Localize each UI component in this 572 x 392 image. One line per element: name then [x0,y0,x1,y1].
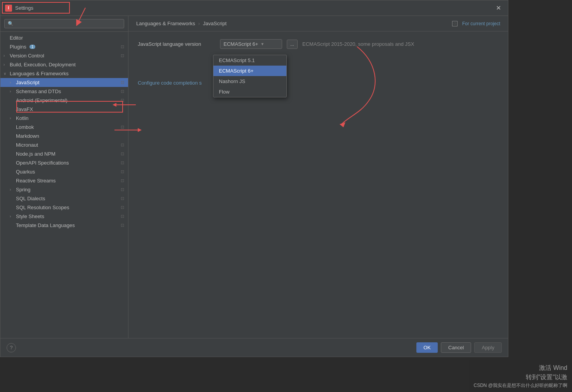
dropdown-item-es51[interactable]: ECMAScript 5.1 [213,55,286,66]
copy-icon: ⊡ [121,169,124,174]
sidebar-item-label: Reactive Streams [16,178,56,184]
sidebar-item-label: Style Sheets [16,213,44,219]
copy-icon: ⊡ [121,178,124,183]
copy-icon: ⊡ [121,142,124,147]
main-content: Languages & Frameworks › JavaScript □ Fo… [128,16,508,338]
plugins-badge: 1 [29,45,36,49]
setting-label: JavaScript language version [138,41,215,47]
sidebar-item-label: Template Data Languages [16,222,75,228]
copy-icon: ⊡ [121,214,124,219]
footer-right: OK Cancel Apply [416,342,502,353]
watermark-line1: 激活 Wind [473,363,567,373]
copy-icon: ⊡ [121,53,124,58]
sidebar-item-reactive-streams[interactable]: Reactive Streams ⊡ [0,176,128,185]
chevron-right-icon: › [3,62,8,67]
copy-icon: ⊡ [121,151,124,156]
selected-version-label: ECMAScript 6+ [224,41,258,47]
apply-button[interactable]: Apply [474,342,502,353]
sidebar-item-label: Spring [16,187,31,193]
dialog-body: Editor Plugins 1 ⊡ › Version Control ⊡ [0,16,508,338]
sidebar-item-build[interactable]: › Build, Execution, Deployment [0,60,128,69]
copy-icon: ⊡ [121,44,124,49]
configure-row: Configure code completion s [138,80,499,86]
sidebar-item-spring[interactable]: › Spring ⊡ [0,185,128,194]
sidebar-item-label: JavaScript [16,80,40,85]
sidebar-item-label: Languages & Frameworks [10,71,69,76]
help-button[interactable]: ? [7,343,16,352]
dialog-title: Settings [15,5,33,11]
chevron-right-icon: › [3,54,8,58]
sidebar-item-plugins[interactable]: Plugins 1 ⊡ [0,42,128,51]
copy-icon: ⊡ [121,196,124,201]
chevron-right-icon: › [10,89,14,94]
sidebar-item-template-data[interactable]: Template Data Languages ⊡ [0,221,128,230]
breadcrumb-part2: JavaScript [203,21,227,26]
sidebar-item-label: Markdown [16,133,39,139]
sidebar-item-label: Plugins [10,44,26,50]
sidebar-item-sql-dialects[interactable]: SQL Dialects ⊡ [0,194,128,203]
copy-icon: ⊡ [121,160,124,165]
sidebar-item-markdown[interactable]: Markdown [0,132,128,140]
copy-icon: ⊡ [121,80,124,85]
chevron-right-icon: › [10,80,14,85]
sidebar-item-label: Lombok [16,124,34,130]
sidebar-item-quarkus[interactable]: Quarkus ⊡ [0,167,128,176]
chevron-down-icon: ∨ [3,71,8,76]
sidebar-item-openapi[interactable]: OpenAPI Specifications ⊡ [0,158,128,167]
js-version-row: JavaScript language version ECMAScript 6… [138,39,499,49]
sidebar-item-android[interactable]: Android (Experimental) ⊡ [0,96,128,105]
for-project-label: For current project [462,21,500,26]
app-icon: I [5,5,12,12]
version-dropdown[interactable]: ECMAScript 6+ ▼ [220,39,282,49]
watermark-line2: 转到"设置"以激 [473,373,567,382]
watermark: 激活 Wind 转到"设置"以激 CSDN @我实在是想不出什么好听的昵称了啊 [469,360,572,392]
breadcrumb-part1: Languages & Frameworks [136,21,195,26]
configure-link[interactable]: Configure code completion s [138,80,202,86]
settings-dialog: I Settings ✕ Editor Plugins 1 [0,0,508,357]
sidebar: Editor Plugins 1 ⊡ › Version Control ⊡ [0,16,128,338]
sidebar-item-schemas[interactable]: › Schemas and DTDs ⊡ [0,87,128,96]
sidebar-item-nodejs[interactable]: Node.js and NPM ⊡ [0,149,128,158]
watermark-line3: CSDN @我实在是想不出什么好听的昵称了啊 [473,382,567,389]
copy-icon: ⊡ [121,89,124,94]
sidebar-item-languages[interactable]: ∨ Languages & Frameworks [0,69,128,78]
sidebar-item-lombok[interactable]: Lombok ⊡ [0,123,128,132]
chevron-right-icon: › [10,116,14,120]
close-button[interactable]: ✕ [494,3,503,12]
sidebar-item-label: SQL Dialects [16,196,45,201]
search-input[interactable] [4,19,124,28]
more-button[interactable]: ... [287,40,298,49]
sidebar-item-label: JavaFX [16,106,33,112]
sidebar-item-editor[interactable]: Editor [0,33,128,42]
sidebar-item-label: Node.js and NPM [16,151,55,157]
sidebar-tree: Editor Plugins 1 ⊡ › Version Control ⊡ [0,32,128,338]
sidebar-item-javafx[interactable]: JavaFX [0,105,128,114]
sidebar-item-javascript[interactable]: › JavaScript ⊡ [0,78,128,87]
sidebar-item-label: Editor [10,35,23,41]
copy-icon: ⊡ [121,125,124,130]
breadcrumb-separator: › [198,21,200,26]
sidebar-item-micronaut[interactable]: Micronaut ⊡ [0,140,128,149]
chevron-right-icon: › [10,214,14,219]
title-bar: I Settings ✕ [0,0,508,16]
sidebar-item-sql-resolution[interactable]: SQL Resolution Scopes ⊡ [0,203,128,212]
cancel-button[interactable]: Cancel [441,342,471,353]
sidebar-item-label: Kotlin [16,115,29,121]
sidebar-item-label: SQL Resolution Scopes [16,205,69,210]
dropdown-item-es6[interactable]: ECMAScript 6+ [213,66,286,76]
dropdown-item-nashorn[interactable]: Nashorn JS [213,76,286,87]
chevron-right-icon: › [10,187,14,192]
sidebar-item-label: Quarkus [16,169,35,175]
content-area: JavaScript language version ECMAScript 6… [128,31,508,94]
title-bar-left: I Settings [5,5,33,12]
dropdown-arrow-icon: ▼ [260,42,264,46]
ok-button[interactable]: OK [416,342,438,353]
sidebar-item-kotlin[interactable]: › Kotlin [0,114,128,123]
copy-icon: ⊡ [121,223,124,228]
sidebar-item-version-control[interactable]: › Version Control ⊡ [0,51,128,60]
for-project-icon: □ [452,21,458,26]
breadcrumb: Languages & Frameworks › JavaScript □ Fo… [128,16,508,31]
dropdown-item-flow[interactable]: Flow [213,87,286,97]
sidebar-item-style-sheets[interactable]: › Style Sheets ⊡ [0,212,128,221]
sidebar-item-label: OpenAPI Specifications [16,160,69,166]
